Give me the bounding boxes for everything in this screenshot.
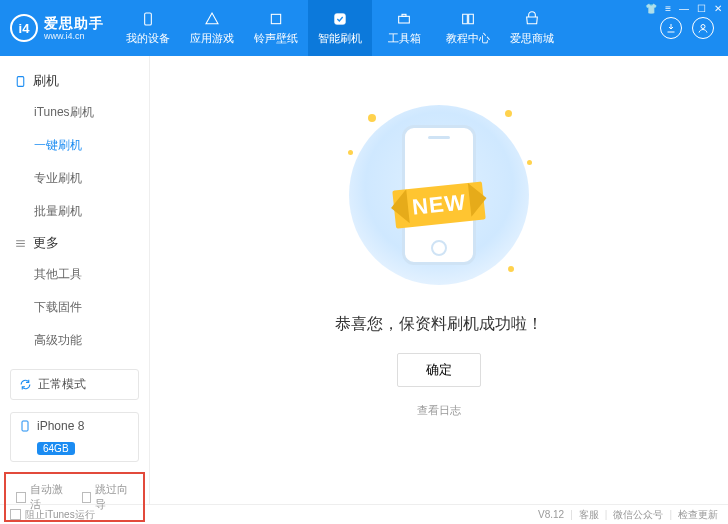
nav-apps[interactable]: 应用游戏 [180,0,244,56]
top-nav: 我的设备 应用游戏 铃声壁纸 智能刷机 工具箱 教程中心 爱思商城 [116,0,654,56]
more-icon [14,237,27,250]
book-icon [459,10,477,28]
checkbox-icon [82,492,92,503]
store-icon [523,10,541,28]
phone-small-icon [19,419,31,433]
sidebar-item-batch-flash[interactable]: 批量刷机 [34,195,149,228]
view-log-link[interactable]: 查看日志 [417,403,461,418]
refresh-icon [19,378,32,391]
device-icon [14,75,27,88]
svg-point-5 [701,25,705,29]
toolbox-icon [395,10,413,28]
phone-icon [139,10,157,28]
flash-icon [331,10,349,28]
maximize-icon[interactable]: ☐ [697,3,706,14]
sidebar-item-itunes-flash[interactable]: iTunes刷机 [34,96,149,129]
sidebar-group-flash[interactable]: 刷机 [0,66,149,96]
logo-url: www.i4.cn [44,31,104,41]
success-illustration: NEW [324,100,554,290]
svg-rect-4 [402,14,406,16]
menu-icon[interactable]: ≡ [665,3,671,14]
sidebar: 刷机 iTunes刷机 一键刷机 专业刷机 批量刷机 更多 其他工具 下载固件 … [0,56,150,504]
svg-rect-0 [145,13,152,25]
sidebar-group-more[interactable]: 更多 [0,228,149,258]
app-header: i4 爱思助手 www.i4.cn 我的设备 应用游戏 铃声壁纸 智能刷机 工具… [0,0,728,56]
skin-icon[interactable]: 👕 [645,3,657,14]
svg-rect-1 [271,14,280,23]
svg-rect-3 [399,16,410,23]
sidebar-item-pro-flash[interactable]: 专业刷机 [34,162,149,195]
apps-icon [203,10,221,28]
storage-badge: 64GB [37,442,75,455]
window-controls: 👕 ≡ — ☐ ✕ [645,3,722,14]
logo-badge: i4 [10,14,38,42]
sidebar-item-other-tools[interactable]: 其他工具 [34,258,149,291]
nav-store[interactable]: 爱思商城 [500,0,564,56]
device-info[interactable]: iPhone 8 64GB [10,412,139,462]
ok-button[interactable]: 确定 [397,353,481,387]
nav-toolbox[interactable]: 工具箱 [372,0,436,56]
sidebar-item-advanced[interactable]: 高级功能 [34,324,149,357]
svg-rect-7 [22,421,28,431]
minimize-icon[interactable]: — [679,3,689,14]
nav-flash[interactable]: 智能刷机 [308,0,372,56]
download-button[interactable] [660,17,682,39]
device-name: iPhone 8 [37,419,84,433]
support-link[interactable]: 客服 [579,508,599,522]
close-icon[interactable]: ✕ [714,3,722,14]
device-mode[interactable]: 正常模式 [10,369,139,400]
svg-rect-2 [335,14,346,25]
user-button[interactable] [692,17,714,39]
sidebar-item-oneclick-flash[interactable]: 一键刷机 [34,129,149,162]
main-content: NEW 恭喜您，保资料刷机成功啦！ 确定 查看日志 [150,56,728,504]
nav-my-device[interactable]: 我的设备 [116,0,180,56]
block-itunes-checkbox[interactable]: 阻止iTunes运行 [10,508,95,522]
nav-tutorial[interactable]: 教程中心 [436,0,500,56]
wechat-link[interactable]: 微信公众号 [613,508,663,522]
svg-rect-6 [17,76,24,86]
checkbox-icon [16,492,26,503]
nav-ringtones[interactable]: 铃声壁纸 [244,0,308,56]
logo[interactable]: i4 爱思助手 www.i4.cn [0,0,116,56]
sidebar-item-download-fw[interactable]: 下载固件 [34,291,149,324]
checkbox-icon [10,509,21,520]
check-update-link[interactable]: 检查更新 [678,508,718,522]
music-icon [267,10,285,28]
version-label: V8.12 [538,509,564,520]
logo-title: 爱思助手 [44,15,104,31]
success-message: 恭喜您，保资料刷机成功啦！ [335,314,543,335]
